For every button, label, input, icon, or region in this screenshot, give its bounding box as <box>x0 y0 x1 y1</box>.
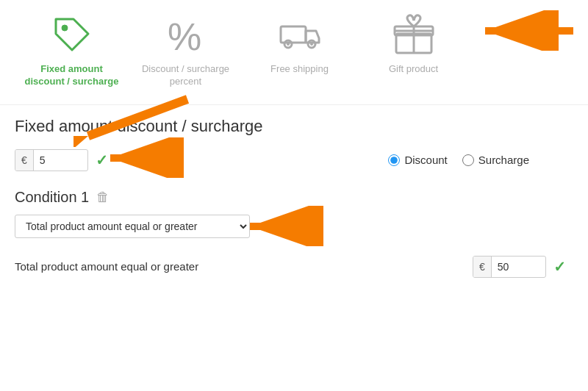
svg-rect-2 <box>281 26 306 43</box>
condition-amount-input-group: € <box>473 256 546 278</box>
condition-title: Condition 1 <box>15 189 89 206</box>
radio-surcharge-input[interactable] <box>462 154 474 166</box>
icon-label-free-shipping: Free shipping <box>270 63 329 76</box>
svg-point-5 <box>287 43 290 46</box>
radio-discount-label: Discount <box>404 154 447 166</box>
icon-item-fixed-amount[interactable]: Fixed amount discount / surcharge <box>15 7 129 94</box>
arrow-condition <box>478 10 581 51</box>
arrow-top-icon <box>74 88 191 147</box>
icon-label-fixed-amount: Fixed amount discount / surcharge <box>22 63 121 88</box>
amount-row: € ✓ Discount Surcharge <box>0 143 588 177</box>
condition-dropdown[interactable]: Total product amount equal or greater To… <box>15 215 250 238</box>
radio-discount[interactable]: Discount <box>388 154 447 166</box>
condition-input-group: € ✓ <box>473 256 566 278</box>
icon-item-free-shipping[interactable]: Free shipping <box>243 7 356 82</box>
radio-surcharge-label: Surcharge <box>478 154 529 166</box>
svg-text:%: % <box>168 15 201 57</box>
condition-amount-input[interactable] <box>492 257 536 277</box>
svg-line-18 <box>88 99 187 136</box>
radio-discount-input[interactable] <box>388 154 400 166</box>
radio-group: Discount Surcharge <box>388 154 529 166</box>
condition-check-icon: ✓ <box>553 258 566 276</box>
arrow-dropdown <box>243 206 331 246</box>
amount-input-group: € <box>15 149 88 171</box>
condition-euro-prefix: € <box>473 257 492 277</box>
icon-item-gift-product[interactable]: Gift product <box>356 7 470 82</box>
trash-icon[interactable]: 🗑 <box>96 190 110 205</box>
icon-label-discount-percent: Discount / surcharge percent <box>136 63 235 88</box>
condition-value-row: Total product amount equal or greater € … <box>0 241 588 285</box>
svg-point-6 <box>310 43 313 46</box>
icon-item-discount-percent[interactable]: % Discount / surcharge percent <box>129 7 243 94</box>
condition-value-label: Total product amount equal or greater <box>15 260 465 273</box>
euro-prefix: € <box>15 150 34 171</box>
radio-surcharge[interactable]: Surcharge <box>462 154 529 166</box>
amount-input[interactable] <box>34 150 78 171</box>
icon-label-gift-product: Gift product <box>389 63 438 76</box>
dropdown-row: Total product amount equal or greater To… <box>0 212 588 241</box>
svg-point-0 <box>62 25 68 31</box>
